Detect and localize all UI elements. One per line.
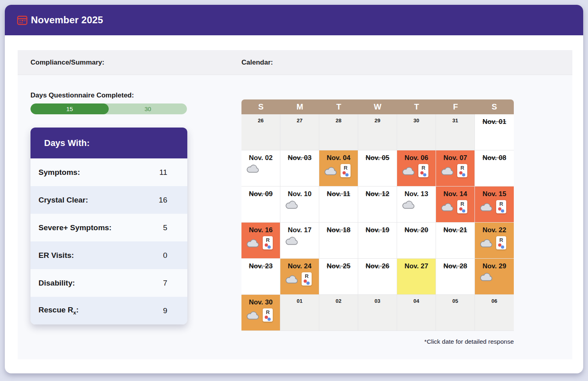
day-label: 31: [436, 118, 474, 124]
day-icons: [397, 200, 436, 209]
cloud-icon: [402, 166, 415, 175]
calendar-day-cell[interactable]: Nov. 08: [475, 150, 514, 186]
calendar-day-cell[interactable]: Nov. 30R: [241, 295, 280, 331]
calendar-day-cell: 28: [319, 114, 358, 150]
day-header: T: [319, 99, 358, 114]
day-header: S: [475, 99, 514, 114]
day-label: Nov. 18: [319, 226, 358, 234]
calendar-day-cell: 02: [319, 295, 358, 331]
days-with-row-label: Rescue Rx:: [39, 306, 79, 316]
day-label: Nov. 14: [436, 190, 474, 198]
calendar-day-cell[interactable]: Nov. 11: [319, 186, 358, 223]
calendar-day-cell[interactable]: Nov. 19: [358, 223, 397, 259]
day-icons: R: [475, 236, 514, 249]
calendar-day-cell: 26: [241, 114, 280, 150]
rx-icon: R: [263, 236, 273, 249]
day-label: Nov. 29: [475, 262, 514, 270]
day-label: Nov. 06: [397, 154, 436, 162]
days-with-body: Symptoms:11Crystal Clear:16Severe+ Sympt…: [30, 158, 187, 324]
cloud-icon: [480, 203, 493, 211]
calendar-day-cell[interactable]: Nov. 03: [280, 150, 319, 186]
day-label: Nov. 04: [319, 154, 358, 162]
day-label: Nov. 27: [397, 262, 436, 270]
cloud-icon: [402, 200, 415, 209]
calendar-day-cell[interactable]: Nov. 23: [241, 259, 280, 295]
calendar-day-cell[interactable]: Nov. 22R: [475, 223, 514, 259]
rx-icon: R: [457, 164, 467, 177]
days-with-row-label: Disability:: [39, 279, 75, 288]
cloud-icon: [247, 311, 259, 320]
progress-total: 30: [109, 103, 187, 114]
day-label: 27: [280, 118, 319, 124]
days-with-row-value: 7: [163, 279, 167, 288]
day-icons: R: [280, 272, 319, 286]
calendar-day-cell[interactable]: Nov. 27: [397, 259, 436, 295]
section-labels-strip: Compliance/Summary: Calendar:: [18, 50, 572, 75]
day-header: S: [241, 99, 280, 114]
calendar-day-cell[interactable]: Nov. 26: [358, 259, 397, 295]
calendar-day-cell[interactable]: Nov. 24R: [280, 259, 319, 295]
calendar-day-cell: 27: [280, 114, 319, 150]
calendar-day-cell[interactable]: Nov. 25: [319, 259, 358, 295]
cloud-icon: [480, 272, 493, 281]
calendar-day-cell[interactable]: Nov. 12: [358, 186, 397, 223]
days-with-header: Days With:: [30, 128, 187, 158]
calendar-day-cell[interactable]: Nov. 14R: [436, 186, 475, 223]
cloud-icon: [441, 166, 454, 175]
calendar-day-cell[interactable]: Nov. 20: [397, 223, 436, 259]
calendar-day-cell[interactable]: Nov. 28: [436, 259, 475, 295]
cloud-icon: [247, 164, 259, 173]
day-label: Nov. 30: [241, 298, 280, 306]
calendar-day-headers: SMTWTFS: [241, 99, 514, 114]
rx-icon: R: [496, 236, 506, 249]
day-label: Nov. 19: [358, 226, 397, 234]
days-with-row: ER Visits:0: [30, 241, 187, 269]
calendar-day-cell[interactable]: Nov. 16R: [241, 223, 280, 259]
days-with-row-label: Severe+ Symptoms:: [39, 223, 112, 232]
days-with-row-value: 0: [163, 251, 167, 260]
progress-label: Days Questionnaire Completed:: [30, 91, 187, 99]
calendar-day-cell[interactable]: Nov. 04R: [319, 150, 358, 186]
calendar-day-cell[interactable]: Nov. 17: [280, 223, 319, 259]
calendar-day-cell[interactable]: Nov. 07R: [436, 150, 475, 186]
calendar-day-cell[interactable]: Nov. 05: [358, 150, 397, 186]
cloud-icon: [286, 275, 298, 284]
calendar-day-cell[interactable]: Nov. 21: [436, 223, 475, 259]
rx-icon: R: [418, 164, 428, 177]
progress-bar: 15 30: [30, 103, 187, 114]
days-with-row-value: 16: [159, 196, 167, 205]
day-icons: R: [319, 164, 358, 177]
calendar-day-cell[interactable]: Nov. 10: [280, 186, 319, 223]
day-label: 03: [358, 298, 397, 304]
days-with-row-label: Symptoms:: [39, 168, 80, 177]
days-with-title: Days With:: [44, 138, 89, 148]
calendar-day-cell[interactable]: Nov. 13: [397, 186, 436, 223]
calendar-day-cell[interactable]: Nov. 18: [319, 223, 358, 259]
calendar-day-cell: 04: [397, 295, 436, 331]
calendar-day-cell[interactable]: Nov. 01: [475, 114, 514, 150]
day-label: 02: [319, 298, 358, 304]
calendar-day-cell[interactable]: Nov. 02: [241, 150, 280, 186]
day-label: Nov. 11: [319, 190, 358, 198]
calendar-day-cell[interactable]: Nov. 06R: [397, 150, 436, 186]
calendar-day-cell[interactable]: Nov. 15R: [475, 186, 514, 223]
day-icons: R: [436, 200, 474, 213]
day-icons: R: [475, 200, 514, 213]
calendar-day-cell: 30: [397, 114, 436, 150]
days-with-row-label: ER Visits:: [39, 251, 74, 260]
cloud-icon: [324, 166, 337, 175]
questionnaire-progress: Days Questionnaire Completed: 15 30: [30, 91, 187, 114]
calendar-day-cell[interactable]: Nov. 09: [241, 186, 280, 223]
days-with-row: Disability:7: [30, 269, 187, 297]
day-label: 28: [319, 118, 358, 124]
day-icons: R: [241, 308, 280, 322]
day-label: 05: [436, 298, 474, 304]
day-header: W: [358, 99, 397, 114]
cloud-icon: [480, 239, 493, 247]
day-label: 01: [280, 298, 319, 304]
day-icons: [241, 164, 280, 173]
progress-completed: 15: [30, 103, 109, 114]
calendar: SMTWTFS 262728293031Nov. 01Nov. 02Nov. 0…: [241, 99, 514, 345]
month-header: November 2025: [5, 5, 583, 35]
calendar-day-cell[interactable]: Nov. 29: [475, 259, 514, 295]
